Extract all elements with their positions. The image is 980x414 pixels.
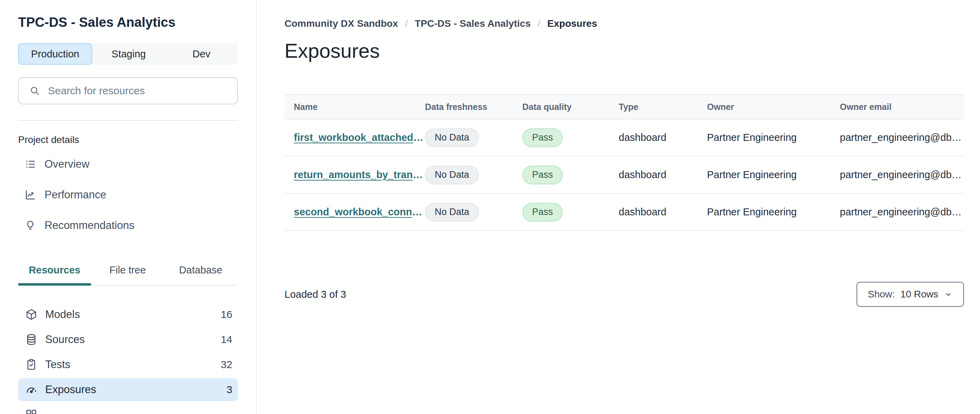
- owner-email-cell: partner_engineering@dbt…: [840, 132, 964, 143]
- table-body: first_workbook_attached… No Data Pass da…: [285, 119, 964, 231]
- truncation-ellipsis: …: [412, 206, 422, 217]
- resource-item-tests[interactable]: Tests 32: [18, 353, 238, 376]
- grid-icon: [25, 408, 38, 414]
- nav-item-recommendations[interactable]: Recommendations: [18, 210, 238, 241]
- truncation-ellipsis: …: [413, 132, 423, 143]
- resource-count: 16: [221, 309, 232, 320]
- exposure-link[interactable]: first_workbook_attached…: [294, 132, 423, 143]
- table-row: second_workbook_conn… No Data Pass dashb…: [285, 194, 964, 231]
- table-row: first_workbook_attached… No Data Pass da…: [285, 119, 964, 156]
- table-footer: Loaded 3 of 3 Show: 10 Rows: [285, 282, 964, 307]
- breadcrumb-account[interactable]: Community DX Sandbox: [285, 18, 398, 30]
- page-title: Exposures: [285, 38, 964, 63]
- rows-per-page-dropdown[interactable]: Show: 10 Rows: [856, 282, 964, 307]
- type-cell: dashboard: [619, 132, 707, 143]
- type-cell: dashboard: [619, 206, 707, 218]
- chevron-down-icon: [944, 290, 953, 299]
- type-cell: dashboard: [619, 169, 707, 181]
- exposure-link[interactable]: second_workbook_conn…: [294, 206, 422, 217]
- resource-label: Sources: [45, 333, 85, 346]
- tab-resources[interactable]: Resources: [18, 258, 91, 285]
- column-header-data-freshness: Data freshness: [425, 102, 522, 112]
- resource-item-models[interactable]: Models 16: [18, 303, 238, 326]
- app-window: TPC-DS - Sales Analytics Production Stag…: [0, 0, 980, 414]
- nav-label: Recommendations: [45, 219, 134, 232]
- show-label: Show:: [868, 289, 895, 300]
- nav-label: Performance: [45, 189, 106, 201]
- env-tab-production[interactable]: Production: [18, 43, 92, 65]
- resource-item-sources[interactable]: Sources 14: [18, 328, 238, 351]
- resource-label: Models: [45, 308, 80, 321]
- tab-file-tree[interactable]: File tree: [91, 258, 164, 285]
- sidebar: TPC-DS - Sales Analytics Production Stag…: [0, 0, 257, 414]
- owner-cell: Partner Engineering: [707, 169, 840, 181]
- gauge-icon: [25, 384, 38, 396]
- nav-item-performance[interactable]: Performance: [18, 180, 238, 210]
- project-nav: Overview Performance: [18, 149, 238, 241]
- resource-count: 14: [221, 334, 232, 346]
- column-header-owner: Owner: [707, 102, 840, 112]
- column-header-data-quality: Data quality: [522, 102, 619, 112]
- sidebar-divider: [18, 120, 238, 121]
- column-header-name: Name: [294, 102, 425, 112]
- resource-count: 3: [226, 384, 232, 396]
- project-title: TPC-DS - Sales Analytics: [18, 14, 238, 30]
- exposures-table: Name Data freshness Data quality Type Ow…: [285, 94, 964, 231]
- main-content: Community DX Sandbox / TPC-DS - Sales An…: [257, 0, 980, 414]
- breadcrumb-separator: /: [405, 18, 408, 30]
- environment-tabs: Production Staging Dev: [18, 43, 238, 65]
- breadcrumb-separator: /: [538, 18, 541, 30]
- freshness-badge: No Data: [425, 128, 479, 147]
- breadcrumb: Community DX Sandbox / TPC-DS - Sales An…: [285, 18, 964, 30]
- owner-email-cell: partner_engineering@dbt…: [840, 169, 964, 181]
- nav-label: Overview: [45, 158, 89, 170]
- quality-badge: Pass: [522, 203, 563, 221]
- search-input[interactable]: [48, 85, 227, 97]
- breadcrumb-project[interactable]: TPC-DS - Sales Analytics: [415, 18, 531, 30]
- resource-count: 32: [221, 359, 232, 371]
- resource-label: Exposures: [45, 384, 96, 396]
- quality-badge: Pass: [522, 128, 563, 147]
- column-header-type: Type: [619, 102, 707, 112]
- tab-database[interactable]: Database: [164, 258, 237, 285]
- table-row: return_amounts_by_tran… No Data Pass das…: [285, 156, 964, 194]
- table-header-row: Name Data freshness Data quality Type Ow…: [285, 94, 964, 119]
- cube-icon: [25, 308, 38, 321]
- resource-item-exposures[interactable]: Exposures 3: [18, 378, 238, 401]
- clipboard-check-icon: [25, 358, 38, 371]
- owner-email-cell: partner_engineering@dbt…: [840, 206, 964, 218]
- lightbulb-icon: [24, 220, 36, 231]
- project-details-label: Project details: [18, 134, 238, 146]
- owner-cell: Partner Engineering: [707, 206, 840, 218]
- freshness-badge: No Data: [425, 166, 479, 185]
- nav-item-overview[interactable]: Overview: [18, 149, 238, 180]
- truncation-ellipsis: …: [413, 169, 423, 180]
- breadcrumb-current: Exposures: [547, 18, 597, 30]
- column-header-owner-email: Owner email: [840, 102, 964, 112]
- database-icon: [25, 333, 38, 346]
- owner-cell: Partner Engineering: [707, 132, 840, 143]
- loaded-status: Loaded 3 of 3: [285, 289, 346, 300]
- list-icon: [24, 158, 36, 170]
- resource-item-partial[interactable]: [18, 403, 238, 414]
- env-tab-staging[interactable]: Staging: [92, 43, 165, 65]
- exposure-link[interactable]: return_amounts_by_tran…: [294, 169, 423, 180]
- resource-search[interactable]: [18, 77, 238, 104]
- quality-badge: Pass: [522, 166, 563, 185]
- resource-label: Tests: [45, 358, 70, 371]
- chart-line-icon: [24, 189, 36, 201]
- show-value: 10 Rows: [900, 289, 938, 300]
- freshness-badge: No Data: [425, 203, 479, 221]
- resource-tabs: Resources File tree Database: [18, 258, 237, 286]
- env-tab-dev[interactable]: Dev: [165, 43, 238, 65]
- search-icon: [29, 85, 40, 96]
- resource-list: Models 16 Sources 14: [18, 303, 238, 414]
